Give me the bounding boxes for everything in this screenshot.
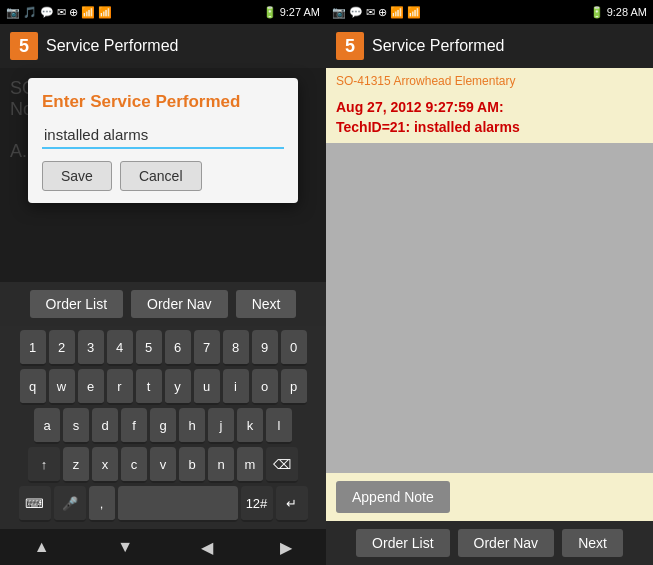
key-z[interactable]: z [63,447,89,483]
key-v[interactable]: v [150,447,176,483]
order-nav-button-left[interactable]: Order Nav [131,290,228,318]
right-status-icon-signal: 📶 [407,6,421,19]
key-k[interactable]: k [237,408,263,444]
left-app-logo: 5 [10,32,38,60]
right-status-icon-target: ⊕ [378,6,387,19]
phone-nav-right[interactable]: ▶ [280,538,292,557]
so-label: SO-41315 Arrowhead Elementary [326,68,653,92]
left-time: 🔋 9:27 AM [263,6,320,19]
right-bottom-nav: Order List Order Nav Next [326,521,653,565]
key-t[interactable]: t [136,369,162,405]
key-7[interactable]: 7 [194,330,220,366]
status-icon-photo: 📷 [6,6,20,19]
left-content: SO...No...A... Enter Service Performed S… [0,68,326,282]
key-shift[interactable]: ↑ [28,447,60,483]
phone-nav-left[interactable]: ◀ [201,538,213,557]
key-q[interactable]: q [20,369,46,405]
right-status-icons: 📷 💬 ✉ ⊕ 📶 📶 [332,6,421,19]
key-g[interactable]: g [150,408,176,444]
status-icon-chat: 💬 [40,6,54,19]
dialog-title: Enter Service Performed [42,92,284,112]
key-f[interactable]: f [121,408,147,444]
keyboard: 1 2 3 4 5 6 7 8 9 0 q w e r t y u i o p … [0,326,326,529]
key-y[interactable]: y [165,369,191,405]
key-l[interactable]: l [266,408,292,444]
key-keyboard[interactable]: ⌨ [19,486,51,522]
left-status-bar: 📷 🎵 💬 ✉ ⊕ 📶 📶 🔋 9:27 AM [0,0,326,24]
key-r[interactable]: r [107,369,133,405]
dialog-box: Enter Service Performed Save Cancel [28,78,298,203]
right-status-bar: 📷 💬 ✉ ⊕ 📶 📶 🔋 9:28 AM [326,0,653,24]
phone-nav: ▲ ▼ ◀ ▶ [0,529,326,565]
key-backspace[interactable]: ⌫ [266,447,298,483]
service-input[interactable] [42,122,284,149]
key-0[interactable]: 0 [281,330,307,366]
key-u[interactable]: u [194,369,220,405]
key-j[interactable]: j [208,408,234,444]
key-comma[interactable]: , [89,486,115,522]
append-note-button[interactable]: Append Note [336,481,450,513]
key-8[interactable]: 8 [223,330,249,366]
keyboard-row-asdf: a s d f g h j k l [2,408,324,444]
right-app-title: Service Performed [372,37,505,55]
key-5[interactable]: 5 [136,330,162,366]
next-button-left[interactable]: Next [236,290,297,318]
status-icon-signal: 📶 [98,6,112,19]
key-space[interactable] [118,486,238,522]
status-icons: 📷 🎵 💬 ✉ ⊕ 📶 📶 [6,6,112,19]
keyboard-row-qwerty: q w e r t y u i o p [2,369,324,405]
key-w[interactable]: w [49,369,75,405]
save-button[interactable]: Save [42,161,112,191]
key-p[interactable]: p [281,369,307,405]
key-h[interactable]: h [179,408,205,444]
key-3[interactable]: 3 [78,330,104,366]
right-status-icon-chat: 💬 [349,6,363,19]
cancel-button[interactable]: Cancel [120,161,202,191]
key-i[interactable]: i [223,369,249,405]
key-4[interactable]: 4 [107,330,133,366]
right-app-logo: 5 [336,32,364,60]
service-note: Aug 27, 2012 9:27:59 AM: TechID=21: inst… [326,92,653,143]
order-list-button-right[interactable]: Order List [356,529,449,557]
next-button-right[interactable]: Next [562,529,623,557]
order-nav-button-right[interactable]: Order Nav [458,529,555,557]
keyboard-row-zxcv: ↑ z x c v b n m ⌫ [2,447,324,483]
key-9[interactable]: 9 [252,330,278,366]
right-panel: 📷 💬 ✉ ⊕ 📶 📶 🔋 9:28 AM 5 Service Performe… [326,0,653,565]
status-icon-target: ⊕ [69,6,78,19]
left-app-header: 5 Service Performed [0,24,326,68]
key-2[interactable]: 2 [49,330,75,366]
key-c[interactable]: c [121,447,147,483]
order-list-button-left[interactable]: Order List [30,290,123,318]
status-icon-music: 🎵 [23,6,37,19]
left-bottom-nav: Order List Order Nav Next [0,282,326,326]
keyboard-row-bottom: ⌨ 🎤 , 12# ↵ [2,486,324,522]
key-b[interactable]: b [179,447,205,483]
key-6[interactable]: 6 [165,330,191,366]
phone-nav-down[interactable]: ▼ [117,538,133,556]
key-e[interactable]: e [78,369,104,405]
key-m[interactable]: m [237,447,263,483]
left-app-title: Service Performed [46,37,179,55]
phone-nav-up[interactable]: ▲ [34,538,50,556]
key-12#[interactable]: 12# [241,486,273,522]
status-icon-mail: ✉ [57,6,66,19]
key-d[interactable]: d [92,408,118,444]
note-area [326,143,653,473]
keyboard-row-numbers: 1 2 3 4 5 6 7 8 9 0 [2,330,324,366]
key-s[interactable]: s [63,408,89,444]
key-mic[interactable]: 🎤 [54,486,86,522]
right-time: 🔋 9:28 AM [590,6,647,19]
key-o[interactable]: o [252,369,278,405]
key-x[interactable]: x [92,447,118,483]
right-app-header: 5 Service Performed [326,24,653,68]
left-panel: 📷 🎵 💬 ✉ ⊕ 📶 📶 🔋 9:27 AM 5 Service Perfor… [0,0,326,565]
key-n[interactable]: n [208,447,234,483]
key-1[interactable]: 1 [20,330,46,366]
right-status-icon-wifi: 📶 [390,6,404,19]
key-enter[interactable]: ↵ [276,486,308,522]
right-status-icon-photo: 📷 [332,6,346,19]
right-status-icon-mail: ✉ [366,6,375,19]
key-a[interactable]: a [34,408,60,444]
right-battery-icon: 🔋 [590,6,604,19]
